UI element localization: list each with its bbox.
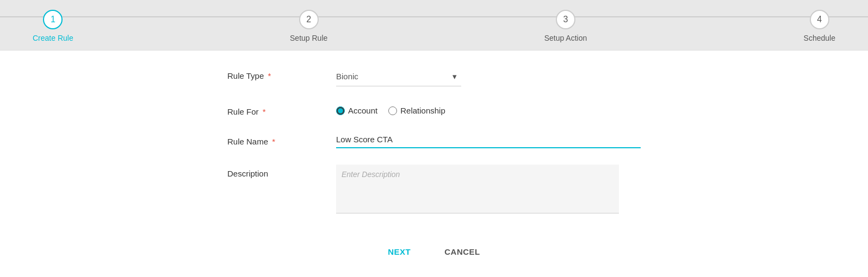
chevron-down-icon: ▾ — [452, 72, 457, 81]
button-row: NEXT CANCEL — [227, 232, 641, 266]
radio-relationship[interactable]: Relationship — [388, 106, 445, 115]
rule-name-required: * — [270, 137, 275, 146]
stepper: 1 Create Rule 2 Setup Rule 3 Setup Actio… — [0, 0, 868, 51]
step-4-circle: 4 — [810, 10, 829, 29]
rule-type-row: Rule Type * Bionic ▾ — [227, 67, 641, 86]
description-row: Description — [227, 165, 641, 216]
step-2-label: Setup Rule — [290, 34, 327, 42]
radio-relationship-label: Relationship — [400, 106, 445, 115]
description-label: Description — [227, 165, 336, 178]
description-field — [336, 165, 641, 216]
step-3-circle: 3 — [556, 10, 575, 29]
rule-name-row: Rule Name * — [227, 133, 641, 148]
step-1-label: Create Rule — [33, 34, 73, 42]
cancel-button[interactable]: CANCEL — [436, 243, 489, 261]
step-4[interactable]: 4 Schedule — [804, 10, 835, 42]
rule-name-input[interactable] — [336, 133, 619, 146]
radio-group: Account Relationship — [336, 103, 641, 115]
rule-type-label: Rule Type * — [227, 67, 336, 80]
step-2[interactable]: 2 Setup Rule — [290, 10, 327, 42]
description-textarea[interactable] — [336, 165, 619, 213]
rule-type-value: Bionic — [336, 72, 358, 81]
radio-account-input[interactable] — [336, 106, 345, 115]
stepper-steps: 1 Create Rule 2 Setup Rule 3 Setup Actio… — [33, 10, 835, 42]
rule-for-required: * — [261, 107, 266, 116]
step-1[interactable]: 1 Create Rule — [33, 10, 73, 42]
next-button[interactable]: NEXT — [379, 243, 419, 261]
radio-relationship-input[interactable] — [388, 106, 397, 115]
rule-type-field[interactable]: Bionic ▾ — [336, 67, 641, 86]
rule-for-row: Rule For * Account Relationship — [227, 103, 641, 116]
radio-account-label: Account — [348, 106, 377, 115]
form-area: Rule Type * Bionic ▾ Rule For * Account — [0, 51, 868, 277]
step-2-circle: 2 — [299, 10, 319, 29]
radio-account[interactable]: Account — [336, 106, 377, 115]
rule-type-required: * — [265, 71, 271, 80]
step-4-label: Schedule — [804, 34, 835, 42]
rule-for-field: Account Relationship — [336, 103, 641, 115]
step-1-circle: 1 — [43, 10, 63, 29]
rule-name-label: Rule Name * — [227, 133, 336, 146]
rule-name-input-wrapper — [336, 133, 641, 148]
step-3-label: Setup Action — [544, 34, 587, 42]
rule-for-label: Rule For * — [227, 103, 336, 116]
step-3[interactable]: 3 Setup Action — [544, 10, 587, 42]
rule-name-field — [336, 133, 641, 148]
rule-type-dropdown[interactable]: Bionic ▾ — [336, 67, 461, 86]
form-container: Rule Type * Bionic ▾ Rule For * Account — [227, 67, 641, 266]
